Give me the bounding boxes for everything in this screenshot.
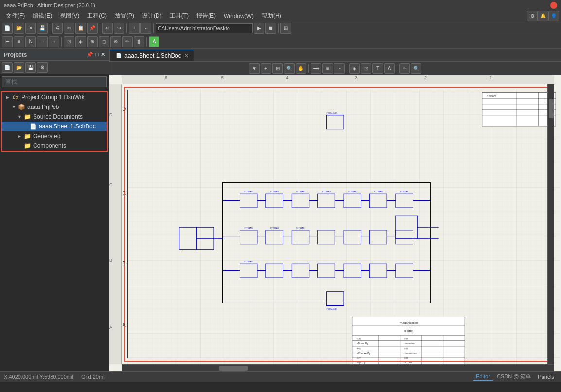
row-label-A: A — [123, 322, 126, 328]
new-project-btn[interactable]: 📄 — [2, 62, 13, 73]
menu-tools[interactable]: 工具(T) — [166, 11, 193, 21]
menu-view[interactable]: 视图(V) — [56, 11, 83, 21]
generated-label: Generated — [33, 133, 61, 140]
sep4 — [153, 24, 154, 33]
tree-project-group[interactable]: ▶ 🗂 Project Group 1.DsnWrk — [2, 92, 107, 102]
save-btn[interactable]: 💾 — [37, 23, 48, 34]
project-icon: 📦 — [18, 103, 25, 111]
menu-place[interactable]: 放置(P) — [111, 11, 138, 21]
t2-btn11[interactable]: ✏ — [122, 36, 133, 47]
h-scrollbar-thumb[interactable] — [219, 366, 248, 371]
save-project-btn[interactable]: 💾 — [25, 62, 36, 73]
gear-sidebar-btn[interactable]: ⚙ — [37, 62, 48, 73]
sep7 — [146, 37, 147, 46]
canvas-search-btn[interactable]: 🔍 — [411, 63, 421, 74]
t2-btn4[interactable]: → — [37, 36, 48, 47]
menu-report[interactable]: 报告(E) — [193, 11, 220, 21]
tree-source-documents[interactable]: ▼ 📁 Source Documents — [2, 112, 107, 122]
canvas-move-btn[interactable]: ✋ — [296, 63, 306, 74]
title-text: aaaa.PrjPcb - Altium Designer (20.0.1) — [4, 2, 95, 8]
tab-icon: 📄 — [116, 53, 122, 58]
search-input[interactable] — [2, 76, 107, 87]
row-label-B: B — [123, 261, 126, 266]
open-btn[interactable]: 📂 — [14, 23, 24, 34]
canvas-port-btn[interactable]: ⊡ — [361, 63, 371, 74]
canvas-text2-btn[interactable]: A — [384, 63, 395, 74]
tree-generated[interactable]: ▶ 📁 Generated — [2, 131, 107, 141]
canvas-zoom-btn[interactable]: 🔍 — [284, 63, 295, 74]
print-btn[interactable]: 🖨 — [52, 23, 63, 34]
t2-btn7[interactable]: ◈ — [75, 36, 86, 47]
t2-btn3[interactable]: N — [25, 36, 36, 47]
zoom-in-btn[interactable]: + — [129, 23, 140, 34]
close-panel-icon[interactable]: ✕ — [101, 52, 105, 58]
selection-box: ▶ 🗂 Project Group 1.DsnWrk ▼ 📦 aaaa.PrjP… — [1, 91, 108, 152]
paste-btn[interactable]: 📌 — [87, 23, 98, 34]
t2-btn2[interactable]: ≡ — [14, 36, 24, 47]
toolbar-area: 📄 📂 ✕ 💾 🖨 ✂ 📋 📌 ↩ ↪ + - C:\Users\Adminis… — [0, 21, 561, 49]
canvas-connect-btn[interactable]: ⟶ — [311, 63, 321, 74]
t2-btn10[interactable]: ⊗ — [110, 36, 121, 47]
debug-btn[interactable]: ⏹ — [265, 23, 276, 34]
canvas-comp-btn[interactable]: ◈ — [349, 63, 360, 74]
close-btn[interactable]: ✕ — [25, 23, 36, 34]
menu-design[interactable]: 设计(D) — [138, 11, 166, 21]
pin-icon[interactable]: 📌 — [87, 52, 93, 58]
panel-tabs-area: Editor CSDN @ 箱单 Panels — [469, 372, 561, 382]
tree-project[interactable]: ▼ 📦 aaaa.PrjPcb — [2, 102, 107, 112]
inner-border — [127, 90, 548, 358]
undo-btn[interactable]: ↩ — [102, 23, 113, 34]
t2-btn6[interactable]: ⊡ — [64, 36, 74, 47]
t2-color-btn[interactable]: A — [149, 36, 159, 47]
redo-btn[interactable]: ↪ — [114, 23, 124, 34]
maximize-icon[interactable]: □ — [95, 52, 99, 58]
menu-window[interactable]: Window(W) — [220, 12, 258, 20]
window-controls — [550, 2, 557, 9]
t2-btn9[interactable]: ◻ — [99, 36, 109, 47]
canvas-wire-btn[interactable]: ~ — [334, 63, 345, 74]
close-button[interactable] — [550, 2, 557, 9]
expand-source-icon: ▼ — [18, 114, 22, 119]
zoom-out-btn[interactable]: - — [140, 23, 151, 34]
h-scrollbar[interactable] — [122, 364, 554, 371]
editor-tab[interactable]: Editor — [473, 373, 493, 381]
canvas-bus-btn[interactable]: ≡ — [322, 63, 333, 74]
v-scrollbar-thumb[interactable] — [549, 99, 554, 118]
new-btn[interactable]: 📄 — [2, 23, 13, 34]
panels-tab[interactable]: Panels — [535, 373, 557, 381]
status-bar: X:4020.000mil Y:5980.000mil Grid:20mil — [0, 372, 469, 382]
v-scrollbar[interactable] — [547, 84, 554, 364]
schematic-canvas[interactable]: 6 5 4 3 2 1 D C B A — [109, 75, 561, 371]
t2-btn12[interactable]: 🗑 — [134, 36, 144, 47]
user-icon[interactable]: 👤 — [548, 11, 559, 21]
cut-btn[interactable]: ✂ — [64, 23, 74, 34]
ruler-B: B — [109, 258, 112, 263]
sep6 — [61, 37, 62, 46]
tree-sheet-file[interactable]: 📄 aaaa.Sheet 1.SchDoc — [2, 122, 107, 131]
open-project-btn[interactable]: 📂 — [14, 62, 24, 73]
menu-help[interactable]: 帮助(H) — [258, 11, 285, 21]
menu-project[interactable]: 工程(C) — [83, 11, 111, 21]
active-tab[interactable]: 📄 aaaa.Sheet 1.SchDoc ✕ — [109, 50, 194, 61]
menu-file[interactable]: 文件(F) — [2, 11, 29, 21]
sep2 — [100, 24, 100, 33]
canvas-add-btn[interactable]: + — [261, 63, 271, 74]
canvas-grid-btn[interactable]: ⊞ — [272, 63, 283, 74]
menu-edit[interactable]: 编辑(E) — [29, 11, 56, 21]
sheet-file-label: aaaa.Sheet 1.SchDoc — [39, 123, 96, 130]
notification-icon[interactable]: 🔔 — [538, 11, 548, 21]
copy-btn[interactable]: 📋 — [75, 23, 86, 34]
settings-icon[interactable]: ⚙ — [527, 11, 538, 21]
canvas-filter-btn[interactable]: ▼ — [249, 63, 260, 74]
canvas-pen-btn[interactable]: ✏ — [399, 63, 410, 74]
project-group-label: Project Group 1.DsnWrk — [21, 94, 85, 101]
canvas-text-btn[interactable]: T — [372, 63, 383, 74]
tab-close-btn[interactable]: ✕ — [184, 53, 188, 58]
grid-btn[interactable]: ⊞ — [280, 23, 291, 34]
t2-btn1[interactable]: ⊢ — [2, 36, 13, 47]
compile-btn[interactable]: ▶ — [254, 23, 264, 34]
tree-components[interactable]: 📁 Components — [2, 141, 107, 151]
ruler-1: 1 — [490, 75, 492, 80]
t2-btn5[interactable]: ↔ — [49, 36, 59, 47]
t2-btn8[interactable]: ⊕ — [87, 36, 98, 47]
